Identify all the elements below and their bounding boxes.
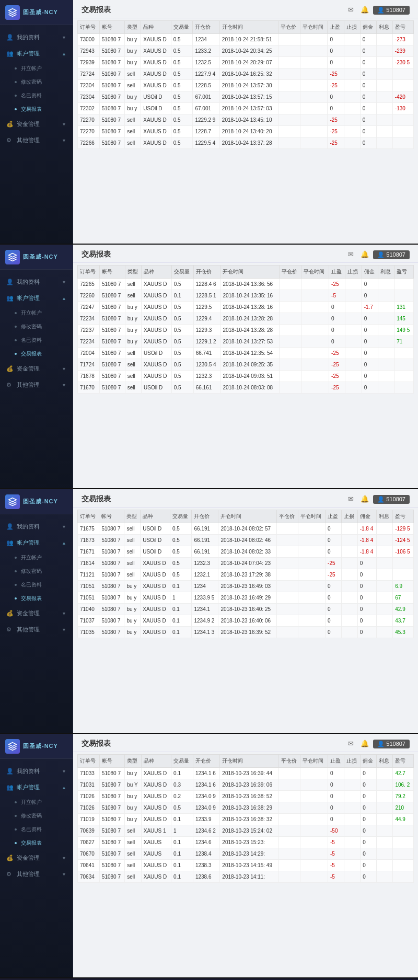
sidebar-2-my-info[interactable]: 名已资料 (0, 333, 73, 347)
sidebar-3-trade-report[interactable]: 交易报表 (0, 592, 73, 605)
table-cell: bu y (124, 627, 141, 638)
table-cell: 0 (326, 615, 342, 627)
bell-icon-3[interactable]: 🔔 (361, 495, 369, 503)
table-cell: 2018-10-23 16:39: 44 (220, 768, 278, 779)
table-cell: 0 (361, 791, 377, 802)
table-cell: 2018-10-23 15:24: 02 (220, 825, 278, 837)
table-cell (280, 325, 301, 336)
table-row: 7294351080 7bu yXAUUS D0.51233.22018-10-… (78, 45, 414, 57)
sidebar-item-profile[interactable]: 👤 我的资料 ▼ (0, 29, 73, 45)
sidebar-3-other-mgmt[interactable]: ⚙ 其他管理 ▼ (0, 621, 73, 638)
table-cell (276, 627, 298, 638)
table-cell: -1.7 (362, 302, 378, 313)
sidebar-2-other-mgmt[interactable]: ⚙ 其他管理 ▼ (0, 377, 73, 393)
table-cell: 0.1 (171, 848, 193, 860)
sidebar-2-fund-mgmt[interactable]: 💰 资金管理 ▼ (0, 361, 73, 377)
sidebar-2-change-pwd[interactable]: 修改密码 (0, 320, 73, 333)
email-icon-4[interactable]: ✉ (348, 740, 356, 748)
table-cell (278, 871, 300, 883)
table-cell: 71026 (78, 802, 100, 814)
col-pnl: 盈亏 (392, 21, 413, 34)
table-cell (378, 371, 394, 382)
col-interest: 利息 (376, 21, 392, 34)
sidebar-4-fund-mgmt[interactable]: 💰 资金管理 ▼ (0, 850, 73, 866)
sidebar-3-profile[interactable]: 👤 我的资料 ▼ (0, 518, 73, 535)
sidebar-3-my-info[interactable]: 名已资料 (0, 578, 73, 592)
sidebar-3-open-account[interactable]: 开立帐户 (0, 551, 73, 564)
table-cell (377, 569, 393, 581)
sidebar-4-my-info[interactable]: 名已资料 (0, 823, 73, 836)
table-cell: 71035 (78, 627, 99, 638)
arrow-icon: ▼ (62, 35, 66, 40)
sidebar-4-change-pwd[interactable]: 修改密码 (0, 809, 73, 823)
user-badge-2: 👤 510807 (373, 250, 410, 259)
bell-icon-2[interactable]: 🔔 (361, 250, 369, 259)
table-cell: -1.8 4 (357, 546, 377, 558)
table-cell: 70641 (78, 860, 100, 871)
table-cell: XAUUS D (141, 68, 171, 80)
sidebar-item-open-account[interactable]: 开立帐户 (0, 62, 73, 75)
sidebar-item-trade-report[interactable]: 交易报表 (0, 102, 73, 116)
table-cell: XAUUS D (141, 615, 170, 627)
trade-table-1: 订单号 帐号 类型 品种 交易量 开仓价 开仓时间 平仓价 平仓时间 止盈 止损… (77, 20, 414, 149)
table-cell: 2018-10-24 21:58: 51 (219, 34, 278, 45)
table-cell (280, 382, 301, 394)
table-cell: 2018-10-24 13:57: 03 (219, 103, 278, 114)
table-cell: XAUUS D (141, 80, 171, 91)
table-cell: 1234.6 2 (193, 825, 219, 837)
sidebar-item-change-pwd[interactable]: 修改密码 (0, 75, 73, 89)
table-cell: 0 (360, 91, 376, 103)
sidebar-item-other-mgmt[interactable]: ⚙ 其他管理 ▼ (0, 132, 73, 148)
profile-icon: 👤 (6, 34, 14, 41)
table-cell: bu y (124, 604, 141, 615)
table-cell (344, 837, 361, 848)
email-icon[interactable]: ✉ (348, 6, 356, 14)
sidebar-3-account-mgmt[interactable]: 👥 帐户管理 ▲ (0, 535, 73, 551)
table-cell: 0.5 (170, 558, 192, 569)
table-cell (300, 57, 328, 68)
account-icon: 👥 (6, 50, 14, 57)
table-cell: 0.5 (171, 382, 193, 394)
table-cell (300, 103, 328, 114)
table-cell: 51080 7 (100, 348, 125, 359)
bell-icon-4[interactable]: 🔔 (361, 740, 369, 748)
table-cell: 0.5 (171, 126, 193, 137)
sidebar-3-change-pwd[interactable]: 修改密码 (0, 564, 73, 578)
sidebar-item-my-info[interactable]: 名已资料 (0, 89, 73, 102)
table-cell (377, 546, 393, 558)
table-cell (300, 871, 328, 883)
sidebar-4-open-account[interactable]: 开立帐户 (0, 795, 73, 809)
table-cell: USOil D (141, 546, 170, 558)
table-cell (300, 837, 328, 848)
table-cell: 2018-10-23 15:23: (220, 837, 278, 848)
table-cell (377, 615, 393, 627)
table-cell (298, 523, 326, 535)
email-icon-2[interactable]: ✉ (348, 250, 356, 259)
table-cell: 0 (361, 802, 377, 814)
bell-icon[interactable]: 🔔 (361, 6, 369, 14)
table-cell: 0 (360, 68, 376, 80)
table-cell: XAUUS D (141, 581, 170, 592)
sidebar-4-other-mgmt[interactable]: ⚙ 其他管理 ▼ (0, 866, 73, 882)
sidebar-4-profile[interactable]: 👤 我的资料 ▼ (0, 763, 73, 779)
sidebar-2-trade-report[interactable]: 交易报表 (0, 347, 73, 361)
table-cell: 0 (362, 359, 378, 371)
sidebar-4-trade-report[interactable]: 交易报表 (0, 836, 73, 850)
sidebar-2-profile[interactable]: 👤 我的资料 ▼ (0, 274, 73, 290)
arrow-icon-3: ▼ (62, 122, 66, 127)
table-cell (278, 860, 300, 871)
email-icon-3[interactable]: ✉ (348, 495, 356, 503)
table-cell: 0 (328, 802, 344, 814)
table-cell: 2018-10-24 09:25: 35 (220, 359, 280, 371)
table-cell: XAUUS D (142, 313, 172, 325)
sidebar-item-fund-mgmt[interactable]: 💰 资金管理 ▼ (0, 116, 73, 132)
sidebar-3-fund-mgmt[interactable]: 💰 资金管理 ▼ (0, 605, 73, 621)
table-cell: 1232.5 (193, 57, 219, 68)
other-icon: ⚙ (6, 137, 14, 144)
sidebar-2-open-account[interactable]: 开立帐户 (0, 306, 73, 320)
sidebar-2-account-mgmt[interactable]: 👥 帐户管理 ▲ (0, 290, 73, 306)
table-row: 7103351080 7bu yXAUUS D0.11234.1 62018-1… (78, 768, 414, 779)
sidebar-item-account-mgmt[interactable]: 👥 帐户管理 ▲ (0, 45, 73, 62)
sidebar-4-account-mgmt[interactable]: 👥 帐户管理 ▲ (0, 779, 73, 795)
table-cell: 51080 7 (99, 45, 124, 57)
